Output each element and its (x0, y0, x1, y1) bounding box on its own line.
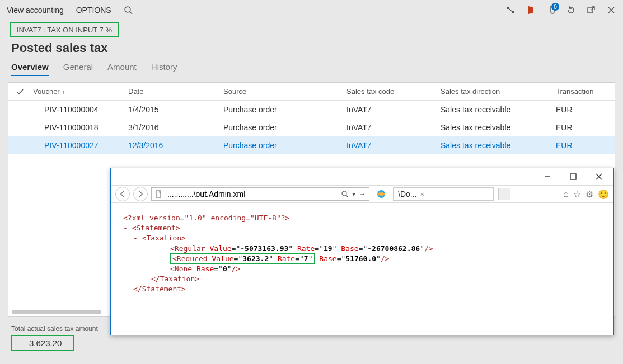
attachments-icon[interactable]: 0 (546, 5, 556, 15)
connector-icon[interactable] (505, 5, 516, 15)
xml-none-base: 0 (223, 264, 227, 273)
ie-home-icon[interactable]: ⌂ (563, 189, 569, 199)
office-icon[interactable] (526, 5, 536, 15)
ie-toolbar: ▾ → \Do... × ⌂ ☆ ⚙ 🙂 (111, 185, 613, 203)
ie-url-input[interactable] (166, 189, 338, 199)
ie-back-button[interactable] (115, 187, 130, 201)
cell-tc: EUR (554, 141, 610, 150)
ie-titlebar (111, 168, 613, 185)
svg-line-1 (130, 12, 132, 14)
xml-reduced-value: 3623.2 (242, 254, 269, 263)
ie-go-icon[interactable]: → (359, 190, 366, 198)
xml-highlight: <Reduced Value="3623.2" Rate="7" (170, 253, 315, 264)
close-icon[interactable] (606, 5, 616, 15)
col-source[interactable]: Source (221, 87, 344, 96)
xml-declaration: <?xml version="1.0" encoding="UTF-8"?> (123, 214, 289, 222)
xml-regular-rate: 19 (324, 244, 332, 253)
svg-point-18 (377, 192, 385, 196)
svg-point-15 (342, 191, 346, 196)
svg-rect-14 (156, 191, 161, 197)
xml-reduced-rate: 7 (304, 254, 308, 263)
cell-date: 3/1/2016 (126, 123, 221, 132)
file-icon (155, 190, 163, 198)
ie-search-icon[interactable]: ▾ (341, 190, 355, 198)
cell-std: Sales tax receivable (438, 105, 554, 114)
tab-amount[interactable]: Amount (107, 60, 137, 76)
col-transaction-currency[interactable]: Transaction (554, 87, 610, 96)
ie-close-button[interactable] (588, 169, 610, 184)
svg-rect-11 (570, 174, 576, 179)
xml-viewer: <?xml version="1.0" encoding="UTF-8"?> -… (111, 203, 613, 305)
ie-tab[interactable]: \Do... × (393, 187, 494, 201)
total-value: 3,623.20 (11, 335, 74, 351)
svg-rect-3 (512, 11, 514, 13)
col-sales-tax-direction[interactable]: Sales tax direction (438, 87, 554, 96)
search-icon[interactable] (124, 6, 133, 15)
popout-icon[interactable] (586, 5, 596, 15)
view-accounting-button[interactable]: View accounting (7, 6, 64, 15)
svg-marker-5 (528, 6, 533, 14)
table-row[interactable]: PIV-110000004 1/4/2015 Purchase order In… (8, 101, 615, 119)
ie-maximize-button[interactable] (562, 169, 584, 184)
svg-rect-2 (507, 7, 509, 9)
ie-smiley-icon[interactable]: 🙂 (598, 189, 609, 200)
cell-date: 1/4/2015 (126, 105, 221, 114)
col-voucher-label: Voucher (33, 87, 60, 96)
tab-overview[interactable]: Overview (11, 60, 49, 76)
sort-asc-icon: ↑ (62, 88, 65, 95)
ie-tab-title: \Do... (398, 190, 416, 198)
cell-voucher: PIV-110000018 (31, 123, 126, 132)
svg-line-4 (509, 9, 512, 11)
ie-tab-close-icon[interactable]: × (420, 190, 424, 198)
cell-source: Purchase order (221, 141, 344, 150)
table-row[interactable]: PIV-110000027 12/3/2016 Purchase order I… (8, 136, 615, 154)
svg-rect-6 (588, 8, 593, 13)
tab-strip: Overview General Amount History (11, 60, 615, 77)
tab-general[interactable]: General (63, 60, 93, 76)
horizontal-scrollbar[interactable] (12, 310, 101, 314)
col-voucher[interactable]: Voucher↑ (31, 87, 126, 96)
options-button[interactable]: OPTIONS (76, 6, 111, 15)
cell-stc: InVAT7 (344, 105, 438, 114)
select-all-checkbox[interactable] (14, 88, 31, 96)
cell-voucher: PIV-110000027 (31, 141, 126, 150)
cell-source: Purchase order (221, 105, 344, 114)
cell-tc: EUR (554, 123, 610, 132)
ie-minimize-button[interactable] (536, 169, 559, 184)
grid-header: Voucher↑ Date Source Sales tax code Sale… (8, 83, 615, 101)
cell-std: Sales tax receivable (438, 141, 554, 150)
refresh-icon[interactable] (566, 5, 576, 15)
xml-regular-base: -26700862.86 (367, 244, 420, 253)
xml-reduced-base: 51760.0 (345, 254, 376, 263)
ie-tools-icon[interactable]: ⚙ (585, 189, 593, 200)
context-tag: INVAT7 : TAX ON INPUT 7 % (10, 22, 119, 37)
table-row[interactable]: PIV-110000018 3/1/2016 Purchase order In… (8, 119, 615, 136)
tab-history[interactable]: History (151, 60, 177, 76)
page-title: Posted sales tax (11, 41, 615, 55)
ie-address-bar[interactable]: ▾ → (151, 187, 369, 201)
svg-line-16 (346, 195, 348, 197)
ie-forward-button[interactable] (133, 187, 148, 201)
ie-window: ▾ → \Do... × ⌂ ☆ ⚙ 🙂 <?xml version="1.0"… (110, 168, 614, 335)
attachments-badge: 0 (551, 3, 559, 11)
cell-voucher: PIV-110000004 (31, 105, 126, 114)
col-sales-tax-code[interactable]: Sales tax code (344, 87, 438, 96)
svg-point-0 (125, 7, 130, 12)
cell-date: 12/3/2016 (126, 141, 221, 150)
ie-newtab-button[interactable] (498, 188, 510, 200)
cell-tc: EUR (554, 105, 610, 114)
xml-regular-value: -5073163.93 (240, 244, 288, 253)
col-date[interactable]: Date (126, 87, 221, 96)
cell-stc: InVAT7 (344, 123, 438, 132)
ie-logo-icon (376, 189, 386, 199)
ie-favorites-icon[interactable]: ☆ (573, 189, 581, 200)
app-toolbar: View accounting OPTIONS 0 (0, 0, 623, 20)
cell-stc: InVAT7 (344, 141, 438, 150)
cell-std: Sales tax receivable (438, 123, 554, 132)
cell-source: Purchase order (221, 123, 344, 132)
